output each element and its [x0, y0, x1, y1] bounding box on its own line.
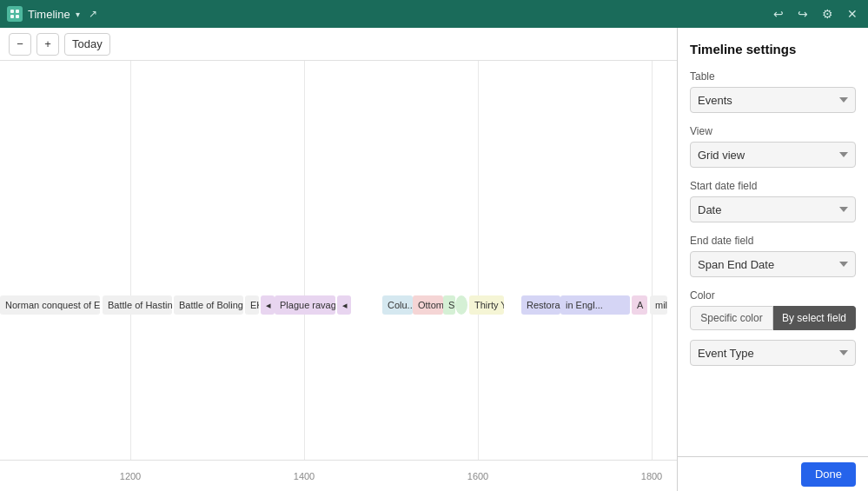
event-bar[interactable]: EKing... — [245, 295, 259, 315]
timeline-axis: 1200 1400 1600 1800 — [0, 460, 677, 491]
event-label: Thirty Y... — [474, 300, 504, 310]
table-select[interactable]: Events — [690, 87, 856, 113]
event-label: A — [637, 300, 643, 310]
svg-rect-2 — [10, 15, 14, 18]
timeline-canvas: Norman conquest of England Battle of Has… — [0, 61, 677, 491]
svg-rect-0 — [10, 10, 14, 13]
event-label: ◂ — [266, 300, 271, 311]
start-date-label: Start date field — [690, 180, 856, 192]
end-date-select[interactable]: Span End Date — [690, 251, 856, 277]
axis-label-1400: 1400 — [294, 471, 315, 481]
event-bar[interactable]: Norman conquest of England — [0, 295, 100, 315]
axis-label-1200: 1200 — [120, 471, 141, 481]
done-footer: Done — [677, 456, 868, 491]
start-date-select[interactable]: Date — [690, 196, 856, 222]
event-label: Sp — [448, 300, 455, 310]
color-buttons: Specific color By select field — [690, 306, 856, 330]
event-bar[interactable]: A — [632, 295, 647, 315]
toolbar: − + Today — [0, 28, 677, 61]
titlebar: Timeline ▾ ↗ ↩ ↪ ⚙ ✕ — [0, 0, 868, 28]
event-label: ◂ — [342, 300, 348, 311]
settings-button[interactable]: ⚙ — [818, 5, 837, 23]
event-label: Colu... — [388, 300, 413, 310]
axis-label-1800: 1800 — [641, 471, 662, 481]
undo-button[interactable]: ↩ — [770, 5, 787, 23]
color-label: Color — [690, 289, 856, 302]
specific-color-button[interactable]: Specific color — [690, 306, 773, 330]
close-button[interactable]: ✕ — [844, 5, 861, 23]
view-select[interactable]: Grid view — [690, 142, 856, 168]
titlebar-left: Timeline ▾ ↗ — [7, 6, 97, 22]
app-title: Timeline — [28, 8, 70, 21]
color-field-group: Color Specific color By select field Eve… — [690, 289, 856, 366]
view-label: View — [690, 125, 856, 137]
timeline-area: − + Today Norman conquest of England Bat… — [0, 28, 677, 491]
by-select-field-button[interactable]: By select field — [773, 306, 856, 330]
titlebar-controls: ↩ ↪ ⚙ ✕ — [770, 5, 861, 23]
external-link-icon[interactable]: ↗ — [89, 8, 97, 20]
event-bar[interactable]: Thirty Y... — [469, 295, 504, 315]
event-bar[interactable]: Sp — [443, 295, 455, 315]
start-date-field-group: Start date field Date — [690, 180, 856, 222]
svg-rect-3 — [16, 15, 19, 18]
event-label: Ottoman Am... — [418, 300, 443, 310]
event-bar[interactable]: ◂ — [337, 295, 351, 315]
app-icon — [7, 6, 23, 22]
done-button[interactable]: Done — [801, 462, 856, 487]
events-layer: Norman conquest of England Battle of Has… — [0, 61, 677, 456]
settings-panel: Timeline settings Table Events View Grid… — [677, 28, 868, 491]
event-bar[interactable]: in Engl... — [560, 295, 630, 315]
event-label: mil... — [655, 300, 667, 310]
event-label: Battle of Bolingbroke... — [179, 300, 243, 310]
event-label: EKing... — [250, 300, 259, 310]
zoom-out-button[interactable]: − — [9, 33, 31, 56]
end-date-label: End date field — [690, 235, 856, 247]
table-label: Table — [690, 70, 856, 83]
event-bar[interactable]: Battle of Hastings — [103, 295, 172, 315]
axis-label-1600: 1600 — [467, 471, 488, 481]
view-field-group: View Grid view — [690, 125, 856, 168]
event-bar[interactable]: ◂ — [261, 295, 275, 315]
event-bar[interactable]: Plague ravages... — [275, 295, 335, 315]
event-marker[interactable] — [455, 295, 467, 315]
event-bar[interactable]: Ottoman Am... — [413, 295, 443, 315]
event-label: Norman conquest of England — [5, 300, 100, 310]
event-label: Plague ravages... — [280, 300, 335, 310]
settings-title: Timeline settings — [690, 42, 856, 56]
event-bar[interactable]: Battle of Bolingbroke... — [174, 295, 243, 315]
event-type-select[interactable]: Event Type — [690, 340, 856, 366]
main-container: − + Today Norman conquest of England Bat… — [0, 28, 868, 491]
event-bar[interactable]: Colu... — [382, 295, 413, 315]
event-bar[interactable]: mil... — [650, 295, 667, 315]
table-field-group: Table Events — [690, 70, 856, 113]
event-bar[interactable]: Restora... — [521, 295, 560, 315]
end-date-field-group: End date field Span End Date — [690, 235, 856, 277]
event-label: Battle of Hastings — [108, 300, 172, 310]
redo-button[interactable]: ↪ — [794, 5, 812, 23]
event-label: in Engl... — [566, 300, 603, 310]
event-label: Restora... — [527, 300, 560, 310]
dropdown-arrow[interactable]: ▾ — [76, 10, 80, 19]
today-button[interactable]: Today — [64, 33, 110, 56]
svg-rect-1 — [16, 10, 19, 13]
zoom-in-button[interactable]: + — [36, 33, 59, 56]
